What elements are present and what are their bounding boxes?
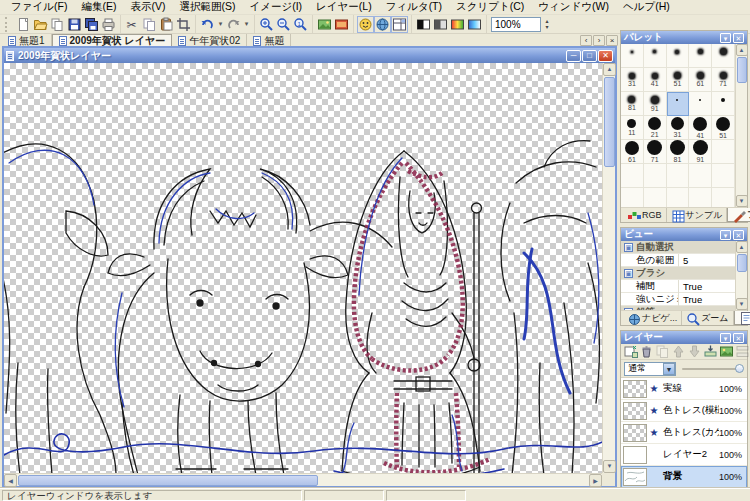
layer-name[interactable]: 実線: [661, 382, 719, 395]
brush-cell[interactable]: [712, 188, 735, 207]
layer-row[interactable]: ★色トレス(模様)100%: [621, 400, 747, 422]
layers-panel-titlebar[interactable]: レイヤー ▾ ✕: [621, 331, 747, 344]
brush-cell[interactable]: 31: [621, 68, 644, 92]
brush-cell[interactable]: 31: [667, 116, 690, 140]
property-value[interactable]: 5: [679, 255, 735, 266]
property-row[interactable]: 強いニジミTrue: [621, 293, 735, 306]
prop-scroll-down-icon[interactable]: ▼: [736, 298, 748, 310]
panel-close-icon[interactable]: ✕: [733, 230, 744, 240]
duplicate-layer-icon[interactable]: [655, 345, 670, 359]
contrast-b-icon[interactable]: [432, 16, 449, 33]
brush-cell[interactable]: [712, 164, 735, 188]
undo-icon[interactable]: [199, 16, 216, 33]
layer-thumbnail[interactable]: [623, 424, 647, 442]
tab-ズーム[interactable]: ズーム: [682, 311, 733, 325]
brush-cell[interactable]: [689, 164, 712, 188]
menu-item-8[interactable]: スクリプト(C): [449, 0, 531, 15]
tab-close-icon[interactable]: ×: [606, 35, 618, 46]
prop-scroll-thumb[interactable]: [737, 254, 747, 272]
tab-scroll-right-icon[interactable]: ›: [593, 35, 605, 46]
vertical-scrollbar[interactable]: ▲ ▼: [602, 63, 615, 473]
palette-scroll-down-icon[interactable]: ▼: [736, 195, 748, 207]
gradient-a-icon[interactable]: [449, 16, 466, 33]
brush-cell[interactable]: [667, 92, 690, 116]
brush-cell[interactable]: [712, 140, 735, 164]
opacity-slider[interactable]: [680, 362, 744, 376]
layer-visibility-star-icon[interactable]: ★: [647, 427, 661, 438]
brush-cell[interactable]: [621, 164, 644, 188]
toolbar-drag-handle[interactable]: [5, 17, 9, 32]
tab-オプション[interactable]: オプション: [734, 311, 750, 325]
brush-cell[interactable]: [644, 164, 667, 188]
chevron-down-icon[interactable]: ▼: [663, 363, 675, 375]
panel-close-icon[interactable]: ✕: [733, 333, 744, 343]
property-row[interactable]: 補間True: [621, 280, 735, 293]
maximize-button[interactable]: □: [582, 50, 597, 62]
menu-item-1[interactable]: ファイル(F): [4, 0, 74, 15]
horizontal-scrollbar[interactable]: ◀ ▶: [4, 473, 602, 486]
brush-cell[interactable]: [667, 44, 690, 68]
vscroll-thumb[interactable]: [604, 77, 615, 167]
chevron-down-icon[interactable]: ▾: [242, 20, 251, 28]
scroll-down-icon[interactable]: ▼: [603, 460, 616, 473]
view-panel-titlebar[interactable]: ビュー ▾ ✕: [621, 228, 747, 241]
brush-cell[interactable]: 51: [667, 68, 690, 92]
zoom-level-value[interactable]: 100%: [491, 17, 541, 32]
brush-cell[interactable]: [644, 188, 667, 207]
blend-mode-select[interactable]: 通常 ▼: [624, 362, 676, 376]
brush-cell[interactable]: [621, 188, 644, 207]
scroll-right-icon[interactable]: ▶: [589, 474, 602, 487]
palette-scroll-up-icon[interactable]: ▲: [736, 44, 748, 56]
layer-name[interactable]: 背景: [661, 470, 719, 483]
contrast-a-icon[interactable]: [415, 16, 432, 33]
layer-row[interactable]: レイヤー2100%: [621, 444, 747, 466]
brush-cell[interactable]: [689, 188, 712, 207]
print-icon[interactable]: [100, 16, 117, 33]
brush-cell[interactable]: [621, 44, 644, 68]
menu-item-3[interactable]: 表示(V): [123, 0, 172, 15]
opacity-slider-knob[interactable]: [735, 364, 744, 373]
canvas-artwork[interactable]: [4, 63, 602, 473]
palette-scrollbar[interactable]: ▲ ▼: [735, 44, 747, 207]
tab-RGB[interactable]: RGB: [623, 208, 667, 222]
brush-cell[interactable]: 91: [689, 140, 712, 164]
image-green-icon[interactable]: [316, 16, 333, 33]
palette-panel-titlebar[interactable]: パレット ▾ ✕: [621, 31, 747, 44]
panel-close-icon[interactable]: ✕: [733, 33, 744, 43]
menu-item-9[interactable]: ウィンドウ(W): [531, 0, 616, 15]
brush-cell[interactable]: [667, 164, 690, 188]
property-value[interactable]: True: [679, 294, 735, 305]
layer-thumbnail[interactable]: [623, 446, 647, 464]
category-icon[interactable]: ▣: [624, 243, 633, 252]
brush-cell[interactable]: 61: [689, 68, 712, 92]
brush-cell[interactable]: 91: [644, 92, 667, 116]
brush-cell[interactable]: 11: [621, 116, 644, 140]
palette-scroll-thumb[interactable]: [737, 57, 747, 83]
brush-cell[interactable]: 81: [667, 140, 690, 164]
tab-scroll-left-icon[interactable]: ‹: [580, 35, 592, 46]
tab-サンプル[interactable]: サンプル: [667, 208, 728, 222]
panel-collapse-icon[interactable]: ▾: [720, 230, 731, 240]
brush-cell[interactable]: 61: [621, 140, 644, 164]
save-icon[interactable]: [66, 16, 83, 33]
canvas-window-titlebar[interactable]: 2009年賀状レイヤー ─ □ ✕: [4, 48, 615, 63]
save-all-icon[interactable]: [83, 16, 100, 33]
brush-cell[interactable]: [689, 44, 712, 68]
menu-item-7[interactable]: フィルタ(T): [379, 0, 449, 15]
layer-thumbnail[interactable]: [623, 468, 647, 486]
cut-icon[interactable]: ✂: [124, 16, 141, 33]
delete-layer-icon[interactable]: [639, 345, 654, 359]
brush-cell[interactable]: 21: [644, 116, 667, 140]
property-row[interactable]: ▣ブラシ: [621, 267, 735, 280]
layer-name[interactable]: 色トレス(カゲ): [661, 426, 719, 439]
zoom-out-icon[interactable]: [275, 16, 292, 33]
layer-visibility-star-icon[interactable]: ★: [647, 405, 661, 416]
menu-item-10[interactable]: ヘルプ(H): [616, 0, 677, 15]
zoom-in-icon[interactable]: [258, 16, 275, 33]
copy-icon[interactable]: [141, 16, 158, 33]
brush-cell[interactable]: [712, 44, 735, 68]
menu-item-5[interactable]: イメージ(I): [242, 0, 309, 15]
brush-cell[interactable]: 41: [689, 116, 712, 140]
layer-row[interactable]: 背景100%: [621, 466, 747, 488]
move-up-icon[interactable]: [671, 345, 686, 359]
